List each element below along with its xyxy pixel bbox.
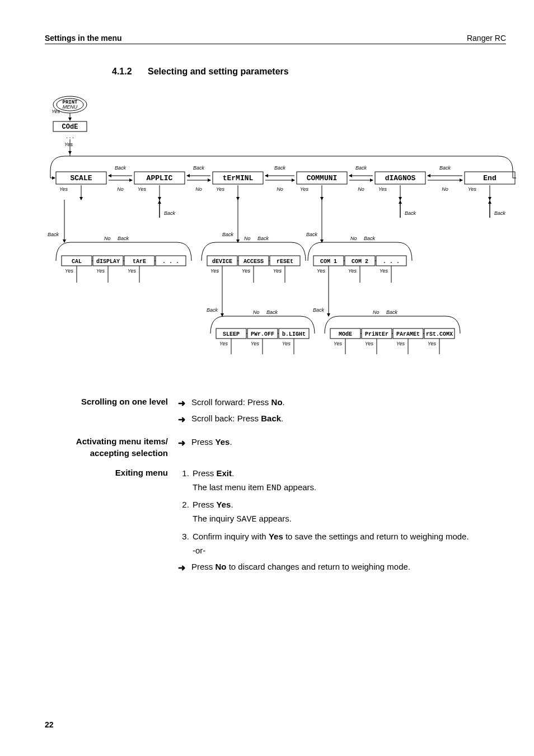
svg-text:Back: Back [207, 307, 218, 313]
svg-text:dIAGNOS: dIAGNOS [385, 174, 416, 182]
scroll-level-label: Scrolling on one level [45, 396, 178, 429]
arrow-icon: ➜ [178, 413, 185, 427]
svg-text:Back: Back [115, 165, 127, 171]
svg-text:No: No [253, 309, 260, 315]
svg-text:Back: Back [439, 165, 451, 171]
svg-text:dISPLAY: dISPLAY [96, 259, 120, 265]
svg-text:rSt.COMX: rSt.COMX [426, 331, 453, 337]
svg-text:PArAMEt: PArAMEt [396, 331, 420, 337]
svg-text:Yes: Yes [380, 268, 388, 274]
svg-text:Yes: Yes [219, 341, 228, 346]
svg-text:COMMUNI: COMMUNI [307, 174, 338, 182]
section-title-text: Selecting and setting parameters [148, 67, 289, 76]
svg-text:No: No [358, 186, 364, 192]
svg-text:Back: Back [313, 307, 325, 313]
svg-text:PWr.OFF: PWr.OFF [251, 331, 274, 337]
svg-text:No: No [104, 236, 111, 241]
svg-text:No: No [195, 186, 202, 192]
svg-text:Back: Back [48, 232, 59, 237]
exit-steps: Press Exit. The last menu item END appea… [178, 467, 506, 557]
activate-instruction: ➜ Press Yes. [178, 435, 506, 448]
submenu-terminal: BackNoBackdEVICEACCESSrESEtYesYesYes [202, 200, 306, 283]
svg-text:Yes: Yes [300, 186, 309, 192]
svg-text:CAL: CAL [72, 259, 82, 265]
svg-text:Yes: Yes [128, 268, 137, 274]
svg-text:Yes: Yes [396, 341, 405, 346]
code-box: COdE [62, 123, 78, 131]
svg-text:Yes: Yes [282, 341, 291, 346]
svg-text:...: ... [65, 134, 74, 140]
svg-text:Yes: Yes [251, 341, 260, 346]
svg-text:Back: Back [266, 309, 278, 315]
svg-text:Back: Back [364, 236, 376, 241]
activate-label: Activating menu items/ accepting selecti… [45, 435, 178, 459]
step-1: Press Exit. The last menu item END appea… [191, 467, 506, 495]
scroll-back: ➜ Scroll back: Press Back. [178, 412, 506, 425]
svg-text:No: No [350, 236, 357, 241]
svg-text:Back: Back [164, 210, 176, 216]
yes-label: Yes [64, 142, 73, 147]
menu-row-1: SCALEAPPLICtErMINLCOMMUNIdIAGNOSEndNoBac… [50, 165, 516, 218]
submenu-device: BackNoBackSLEEPPWr.OFFb.LIGHtYesYesYes [207, 283, 315, 354]
svg-text:b.LIGHt: b.LIGHt [282, 331, 306, 337]
svg-text:Back: Back [118, 236, 129, 241]
svg-text:Yes: Yes [365, 341, 374, 346]
svg-text:tArE: tArE [133, 259, 146, 265]
header-bar: Settings in the menu Ranger RC [45, 34, 506, 44]
yes-label: Yes [51, 109, 60, 114]
arrow-icon: ➜ [178, 561, 185, 575]
svg-text:COM 1: COM 1 [320, 259, 337, 265]
section-heading: 4.1.2 Selecting and setting parameters [112, 67, 506, 77]
svg-text:Yes: Yes [428, 341, 437, 346]
svg-text:Yes: Yes [348, 268, 357, 274]
exit-label: Exiting menu [45, 467, 178, 577]
svg-text:Yes: Yes [334, 341, 343, 346]
svg-text:Yes: Yes [242, 268, 251, 274]
svg-text:MOdE: MOdE [339, 331, 352, 337]
svg-text:Yes: Yes [273, 268, 282, 274]
svg-text:Yes: Yes [59, 186, 68, 192]
menu-label: MENU [63, 104, 78, 110]
svg-text:PriNtEr: PriNtEr [365, 331, 388, 337]
page-number: 22 [45, 720, 54, 729]
arrow-icon: ➜ [178, 397, 185, 411]
submenu-communi: BackNoBackCOM 1COM 2. . .YesYesYes [306, 200, 412, 283]
submenu-com1: BackNoBackMOdEPriNtErPArAMEtrSt.COMXYesY… [313, 283, 460, 354]
svg-text:Back: Back [405, 210, 416, 216]
svg-text:APPLIC: APPLIC [147, 174, 173, 182]
svg-text:. . .: . . . [162, 259, 179, 265]
arrow-icon: ➜ [178, 436, 185, 450]
svg-text:Yes: Yes [216, 186, 225, 192]
step-3: Confirm inquiry with Yes to save the set… [191, 530, 506, 557]
svg-text:End: End [483, 174, 496, 182]
svg-text:COM 2: COM 2 [352, 259, 368, 265]
svg-text:Back: Back [193, 165, 205, 171]
section-number: 4.1.2 [112, 67, 132, 76]
svg-text:No: No [277, 186, 283, 192]
header-right: Ranger RC [467, 34, 506, 43]
svg-text:Yes: Yes [210, 268, 219, 274]
svg-text:Yes: Yes [317, 268, 326, 274]
svg-text:tErMINL: tErMINL [223, 174, 254, 182]
header-left: Settings in the menu [45, 34, 122, 43]
svg-text:Back: Back [306, 232, 318, 237]
svg-text:Back: Back [386, 309, 398, 315]
svg-text:Back: Back [355, 165, 367, 171]
svg-text:SCALE: SCALE [70, 174, 92, 182]
svg-text:dEVICE: dEVICE [212, 259, 232, 265]
svg-text:Back: Back [257, 236, 269, 241]
svg-text:No: No [244, 236, 251, 241]
step-2: Press Yes. The inquiry SAVE appears. [191, 498, 506, 527]
svg-text:Back: Back [222, 232, 234, 237]
svg-text:Yes: Yes [96, 268, 105, 274]
svg-text:No: No [373, 309, 380, 315]
svg-text:. . .: . . . [383, 259, 400, 265]
svg-text:SLEEP: SLEEP [223, 331, 240, 337]
menu-diagram: PRINT MENU Yes COdE ... Yes SCALEAPPLICt… [45, 93, 506, 384]
svg-text:Back: Back [494, 210, 506, 216]
discard-instruction: ➜ Press No to discard changes and return… [178, 560, 506, 573]
svg-text:No: No [117, 186, 124, 192]
svg-text:rESEt: rESEt [277, 259, 293, 265]
scroll-forward: ➜ Scroll forward: Press No. [178, 396, 506, 408]
svg-text:Yes: Yes [378, 186, 387, 192]
